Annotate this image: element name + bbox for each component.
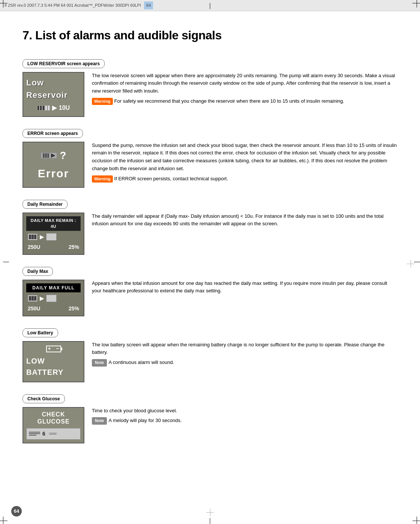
section-row-daily-remainder: DAILY MAX REMAIN : 4U ▶ 250U 25% The dai bbox=[22, 213, 398, 255]
warning-badge-low-res: Warning bbox=[92, 98, 113, 105]
error-text: Error bbox=[38, 165, 69, 182]
section-label-daily-max: Daily Max bbox=[22, 267, 53, 276]
daily-max-bottom-row: 250U 25% bbox=[26, 305, 81, 313]
daily-bar bbox=[28, 234, 38, 240]
daily-max-header: DAILY MAX FULL bbox=[26, 283, 81, 292]
daily-bottom-row: 250U 25% bbox=[26, 243, 81, 251]
section-daily-remainder: Daily Remainder DAILY MAX REMAIN : 4U ▶ … bbox=[22, 200, 398, 255]
low-battery-body: The low battery screen will appear when … bbox=[92, 341, 398, 357]
daily-max-arrow: ▶ bbox=[40, 295, 44, 302]
check-glucose-body: Time to check your blood glucose level. bbox=[92, 407, 398, 415]
section-daily-max: Daily Max DAILY MAX FULL ▶ 250U 25% bbox=[22, 267, 398, 316]
section-row-low-reservoir: Low Reservoir ▶ 10U The low reservoir sc… bbox=[22, 72, 398, 117]
note-text-battery: A continuous alarm will sound. bbox=[108, 359, 174, 365]
section-label-error: ERROR screen appears bbox=[22, 129, 83, 138]
note-text-glucose: A melody will play for 30 seconds. bbox=[108, 418, 182, 423]
daily-max-text: Appears when the total infusion amount f… bbox=[92, 280, 398, 295]
error-text-body: Suspend the pump, remove the infusion se… bbox=[92, 142, 398, 183]
low-battery-note: NoteA continuous alarm will sound. bbox=[92, 359, 398, 367]
page-title: 7. List of alarms and audible signals bbox=[22, 26, 398, 44]
check-glucose-bar: 6 bbox=[26, 428, 81, 440]
reservoir-bar bbox=[37, 105, 50, 111]
daily-max-bar-row: ▶ bbox=[26, 295, 81, 302]
battery-icon-row: + − bbox=[46, 346, 61, 352]
header-highlight: 64 bbox=[144, 1, 153, 9]
arrow-icon: ▶ bbox=[52, 103, 57, 112]
error-screen: ▶ ? Error bbox=[22, 142, 84, 188]
daily-remainder-text: The daily remainder will appear if (Dail… bbox=[92, 213, 398, 228]
daily-max-val1: 250U bbox=[28, 305, 40, 313]
error-body: Suspend the pump, remove the infusion se… bbox=[92, 142, 398, 173]
low-reservoir-screen: Low Reservoir ▶ 10U bbox=[22, 72, 84, 117]
daily-remainder-header: DAILY MAX REMAIN : 4U bbox=[26, 216, 81, 231]
page-number: 64 bbox=[11, 506, 22, 517]
section-row-low-battery: + − LOW BATTERY The low battery screen w… bbox=[22, 341, 398, 382]
low-battery-body-text: The low battery screen will appear when … bbox=[92, 341, 398, 367]
section-row-error: ▶ ? Error Suspend the pump, remove the i… bbox=[22, 142, 398, 188]
daily-small-box bbox=[46, 233, 57, 241]
check-glucose-screen: CHECKGLUCOSE 6 bbox=[22, 407, 84, 443]
battery-icon: + − bbox=[46, 346, 61, 352]
low-battery-screen: + − LOW BATTERY bbox=[22, 341, 84, 382]
error-question: ? bbox=[60, 148, 66, 163]
section-label-daily-remainder: Daily Remainder bbox=[22, 200, 68, 209]
page-content: 7. List of alarms and audible signals LO… bbox=[0, 11, 420, 478]
warning-badge-error: Warning bbox=[92, 175, 113, 183]
section-row-daily-max: DAILY MAX FULL ▶ 250U 25% Appears when t bbox=[22, 280, 398, 316]
low-res-title: Low Reservoir bbox=[26, 76, 81, 101]
daily-remainder-screen: DAILY MAX REMAIN : 4U ▶ 250U 25% bbox=[22, 213, 84, 255]
daily-max-bar bbox=[28, 295, 38, 302]
check-glucose-title: CHECKGLUCOSE bbox=[37, 411, 69, 425]
daily-remainder-bar-row: ▶ bbox=[26, 233, 81, 241]
battery-plus: + bbox=[48, 345, 51, 353]
section-error: ERROR screen appears ▶ ? bbox=[22, 129, 398, 188]
daily-max-val2: 25% bbox=[69, 305, 79, 313]
daily-val1: 250U bbox=[28, 243, 40, 251]
section-label-check-glucose: Check Glucose bbox=[22, 394, 65, 403]
section-label-low-reservoir: LOW RESERVOIR screen appears bbox=[22, 59, 105, 68]
note-badge-glucose: Note bbox=[92, 417, 107, 425]
low-battery-text: LOW BATTERY bbox=[26, 355, 81, 378]
glucose-num: 6 bbox=[42, 430, 45, 438]
daily-max-body: Appears when the total infusion amount f… bbox=[92, 280, 398, 295]
daily-remainder-body: The daily remainder will appear if (Dail… bbox=[92, 213, 398, 228]
daily-arrow: ▶ bbox=[40, 233, 44, 241]
check-glucose-note: NoteA melody will play for 30 seconds. bbox=[92, 417, 398, 425]
warning-text-low-res: For safety we recommend that you change … bbox=[114, 98, 345, 104]
low-res-bar-row: ▶ 10U bbox=[37, 103, 70, 112]
section-row-check-glucose: CHECKGLUCOSE 6 Time to check your blood … bbox=[22, 407, 398, 443]
warning-text-error: If ERROR screen persists, contact techni… bbox=[114, 176, 228, 181]
error-bar: ▶ bbox=[40, 152, 57, 159]
check-glucose-body-text: Time to check your blood glucose level. … bbox=[92, 407, 398, 425]
low-reservoir-warning: WarningFor safety we recommend that you … bbox=[92, 97, 398, 105]
section-check-glucose: Check Glucose CHECKGLUCOSE 6 bbox=[22, 394, 398, 443]
header-text: # 2SR rev.0 2007.7.3 5:44 PM 64 001 Acro… bbox=[4, 2, 141, 9]
arrow-icon-error: ▶ bbox=[51, 151, 55, 159]
glucose-lines bbox=[29, 432, 40, 436]
section-low-battery: Low Battery + − LOW BATTERY The low batt… bbox=[22, 328, 398, 382]
section-low-reservoir: LOW RESERVOIR screen appears Low Reservo… bbox=[22, 59, 398, 117]
note-badge-battery: Note bbox=[92, 359, 107, 367]
daily-max-screen: DAILY MAX FULL ▶ 250U 25% bbox=[22, 280, 84, 316]
unit-label: 10U bbox=[59, 103, 70, 112]
low-reservoir-text: The low reservoir screen will appear whe… bbox=[92, 72, 398, 105]
low-reservoir-body: The low reservoir screen will appear whe… bbox=[92, 72, 398, 95]
battery-minus: − bbox=[56, 345, 59, 353]
error-warning: WarningIf ERROR screen persists, contact… bbox=[92, 175, 398, 183]
section-label-low-battery: Low Battery bbox=[22, 328, 58, 337]
daily-val2: 25% bbox=[69, 243, 79, 251]
daily-max-small-box bbox=[46, 295, 57, 302]
